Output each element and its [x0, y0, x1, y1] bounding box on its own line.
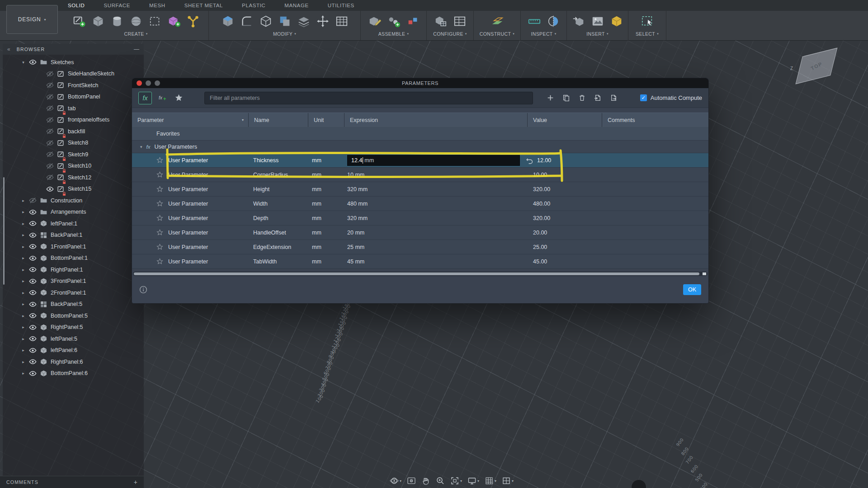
- browser-item-sketch12[interactable]: Sketch12: [3, 172, 144, 183]
- parameter-row-edgeextension[interactable]: User ParameterEdgeExtensionmm25 mm25.00: [132, 240, 708, 254]
- chevron-right-icon[interactable]: ▸: [21, 348, 26, 352]
- design-menu-button[interactable]: DESIGN ▾: [6, 5, 58, 34]
- cylinder-icon[interactable]: [108, 13, 126, 30]
- fx-user-filter-icon[interactable]: fx: [156, 92, 168, 104]
- zoom-window-icon[interactable]: [155, 80, 160, 86]
- tab-solid[interactable]: SOLID: [68, 3, 85, 8]
- duplicate-parameter-icon[interactable]: [561, 93, 572, 103]
- eye-visible-icon[interactable]: [29, 370, 37, 377]
- browser-item-sketch8[interactable]: Sketch8: [3, 137, 144, 149]
- close-window-icon[interactable]: [137, 80, 142, 86]
- revert-icon[interactable]: [526, 156, 533, 164]
- horizontal-scrollbar[interactable]: [133, 272, 708, 276]
- eye-visible-icon[interactable]: [29, 300, 37, 308]
- orbit-tool[interactable]: ▾: [390, 476, 401, 485]
- browser-scrollbar[interactable]: [3, 177, 5, 285]
- favorite-star-icon[interactable]: [156, 215, 163, 221]
- configuration-table-icon[interactable]: [451, 13, 468, 30]
- tab-plastic[interactable]: PLASTIC: [242, 3, 265, 8]
- column-parameter[interactable]: Parameter ▾: [132, 113, 249, 127]
- chevron-right-icon[interactable]: ▸: [21, 337, 26, 341]
- browser-item-leftpanel-5[interactable]: ▸leftPanel:5: [3, 333, 144, 345]
- insert-menu-label[interactable]: INSERT▾: [586, 31, 609, 37]
- favorites-section-row[interactable]: Favorites: [132, 127, 708, 141]
- select-tool-icon[interactable]: [639, 13, 656, 30]
- eye-hidden-icon[interactable]: [29, 197, 37, 204]
- export-parameters-icon[interactable]: [609, 93, 619, 103]
- browser-item-3frontpanel-1[interactable]: ▸3FrontPanel:1: [3, 276, 144, 287]
- chevron-right-icon[interactable]: ▸: [21, 256, 26, 260]
- ok-button[interactable]: OK: [683, 284, 701, 295]
- viewports-tool[interactable]: ▾: [502, 476, 514, 485]
- construction-plane-icon[interactable]: [489, 13, 506, 30]
- favorite-star-icon[interactable]: [156, 157, 163, 164]
- eye-hidden-icon[interactable]: [46, 116, 54, 124]
- favorite-star-icon[interactable]: [156, 229, 163, 236]
- chevron-right-icon[interactable]: ▸: [21, 360, 26, 364]
- eye-hidden-icon[interactable]: [46, 139, 54, 147]
- parameter-row-cornerradius[interactable]: User ParameterCornerRadiusmm10 mm10.00: [132, 168, 708, 182]
- automatic-compute-toggle[interactable]: ✓ Automatic Compute: [640, 94, 702, 101]
- checkbox-checked-icon[interactable]: ✓: [640, 94, 647, 101]
- favorite-star-icon[interactable]: [156, 200, 163, 207]
- eye-hidden-icon[interactable]: [46, 162, 54, 170]
- column-expression[interactable]: Expression: [344, 113, 528, 127]
- browser-item-tab[interactable]: tab: [3, 103, 144, 114]
- favorites-filter-icon[interactable]: [173, 92, 184, 104]
- browser-item-frontsketch[interactable]: FrontSketch: [3, 80, 144, 91]
- tab-mesh[interactable]: MESH: [149, 3, 165, 8]
- chevron-right-icon[interactable]: ▸: [21, 279, 26, 283]
- tab-manage[interactable]: MANAGE: [284, 3, 308, 8]
- chevron-right-icon[interactable]: ▸: [21, 314, 26, 318]
- eye-hidden-icon[interactable]: [46, 70, 54, 78]
- browser-item-sidehandlesketch[interactable]: SideHandleSketch: [3, 68, 144, 80]
- browser-item-sketch10[interactable]: Sketch10: [3, 160, 144, 172]
- fillet-icon[interactable]: [238, 13, 255, 30]
- parameter-row-height[interactable]: User ParameterHeightmm320 mm320.00: [132, 182, 708, 197]
- chevron-right-icon[interactable]: ▸: [21, 233, 26, 237]
- browser-item-backpanel-5[interactable]: ▸BackPanel:5: [3, 299, 144, 310]
- chevron-right-icon[interactable]: ▸: [21, 221, 26, 226]
- select-menu-label[interactable]: SELECT▾: [636, 31, 659, 37]
- delete-parameter-icon[interactable]: [577, 93, 588, 103]
- browser-item-sketches[interactable]: ▾Sketches: [3, 56, 144, 68]
- parameter-row-tabwidth[interactable]: User ParameterTabWidthmm45 mm45.00: [132, 254, 708, 269]
- add-parameter-icon[interactable]: [545, 93, 556, 103]
- look-at-tool[interactable]: [407, 476, 416, 485]
- pan-tool[interactable]: [421, 476, 430, 485]
- user-parameters-group-row[interactable]: ▾ fx User Parameters: [132, 141, 708, 153]
- chevron-right-icon[interactable]: ▸: [21, 291, 26, 295]
- browser-item-1frontpanel-1[interactable]: ▸1FrontPanel:1: [3, 241, 144, 253]
- column-comments[interactable]: Comments: [602, 113, 708, 127]
- shell-icon[interactable]: [257, 13, 274, 30]
- browser-item-backfill[interactable]: backfill: [3, 126, 144, 137]
- eye-hidden-icon[interactable]: [46, 127, 54, 135]
- import-parameters-icon[interactable]: [593, 93, 604, 103]
- eye-visible-icon[interactable]: [29, 358, 37, 366]
- change-parameters-icon[interactable]: [333, 13, 350, 30]
- split-body-icon[interactable]: [184, 13, 202, 30]
- eye-hidden-icon[interactable]: [46, 150, 54, 158]
- tab-sheet-metal[interactable]: SHEET METAL: [184, 3, 223, 8]
- eye-hidden-icon[interactable]: [46, 104, 54, 112]
- eye-visible-icon[interactable]: [29, 220, 37, 227]
- column-unit[interactable]: Unit: [308, 113, 344, 127]
- browser-item-bottompanel-1[interactable]: ▸BottomPanel:1: [3, 253, 144, 264]
- measure-icon[interactable]: [526, 13, 543, 30]
- create-form-icon[interactable]: [165, 13, 183, 30]
- chevron-right-icon[interactable]: ▸: [21, 244, 26, 249]
- create-menu-label[interactable]: CREATE▾: [124, 31, 147, 37]
- browser-item-rightpanel-1[interactable]: ▸RightPanel:1: [3, 264, 144, 276]
- browser-item-rightpanel-5[interactable]: ▸RightPanel:5: [3, 322, 144, 333]
- browser-item-arrangements[interactable]: ▸Arrangements: [3, 206, 144, 218]
- browser-item-construction[interactable]: ▸Construction: [3, 195, 144, 206]
- decal-icon[interactable]: [589, 13, 606, 30]
- browser-item-rightpanel-6[interactable]: ▸RightPanel:6: [3, 356, 144, 368]
- chevron-right-icon[interactable]: ▸: [21, 267, 26, 272]
- minimize-panel-icon[interactable]: —: [134, 46, 139, 52]
- favorite-star-icon[interactable]: [156, 186, 163, 192]
- eye-hidden-icon[interactable]: [46, 93, 54, 101]
- tab-utilities[interactable]: UTILITIES: [328, 3, 354, 8]
- comments-bar[interactable]: COMMENTS +: [0, 476, 144, 488]
- collapse-panel-icon[interactable]: «: [7, 46, 10, 52]
